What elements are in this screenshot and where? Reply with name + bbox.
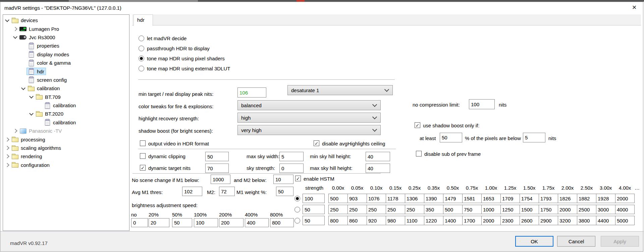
collapsed-arrow-icon[interactable] — [4, 136, 10, 143]
hstm-row-3-value-15[interactable] — [596, 216, 615, 225]
hstm-row-1-value-15[interactable] — [596, 194, 615, 203]
hdr-mode-radio-tone-map-hdr-using-external-3dlut[interactable] — [139, 66, 144, 71]
tab-hdr[interactable]: hdr — [133, 14, 153, 26]
hstm-row-2-value-9[interactable] — [481, 205, 501, 214]
hstm-row-1-value-11[interactable] — [520, 194, 539, 203]
close-button[interactable]: ✕ — [627, 2, 642, 13]
avg-m2-input[interactable] — [219, 187, 235, 196]
output-hdr-checkbox[interactable] — [140, 140, 146, 146]
scene-m2-input[interactable] — [273, 175, 293, 184]
highlight-recovery-dropdown[interactable]: high — [237, 113, 381, 123]
hstm-row-3-strength-input[interactable] — [303, 216, 325, 225]
tree-item-calibration[interactable]: calibration — [3, 101, 129, 110]
disable-sub-checkbox[interactable] — [416, 151, 422, 156]
hstm-row-2-radio[interactable] — [294, 207, 300, 212]
hstm-row-3-value-13[interactable] — [558, 216, 577, 225]
max-sky-width-input[interactable] — [279, 152, 304, 161]
hstm-row-2-value-16[interactable] — [615, 205, 635, 214]
collapsed-arrow-icon[interactable] — [12, 128, 18, 134]
hstm-row-2-value-13[interactable] — [558, 205, 577, 214]
brightness-speed-input-200[interactable] — [219, 218, 244, 227]
tree-item-lumagen-pro[interactable]: Lumagen Pro — [3, 24, 129, 33]
tree-item-display-modes[interactable]: display modes — [3, 50, 129, 59]
hstm-row-1-value-14[interactable] — [577, 194, 596, 203]
hstm-row-1-value-9[interactable] — [481, 194, 501, 203]
tree-item-calibration[interactable]: calibration — [3, 118, 129, 127]
dynamic-clipping-input[interactable] — [205, 152, 229, 161]
tree-item-jvc-rs3000[interactable]: Jvc Rs3000 — [3, 33, 129, 42]
hstm-row-2-strength-input[interactable] — [303, 205, 325, 214]
collapsed-arrow-icon[interactable] — [4, 145, 10, 151]
ok-button[interactable]: OK — [515, 236, 553, 247]
hstm-row-2-value-5[interactable] — [405, 205, 424, 214]
use-shadow-boost-checkbox[interactable]: ✓ — [415, 122, 420, 128]
hstm-row-2-value-14[interactable] — [577, 205, 596, 214]
disable-avghighlights-checkbox[interactable]: ✓ — [314, 140, 319, 146]
tree-item-rendering[interactable]: rendering — [3, 152, 129, 161]
hstm-row-1-value-10[interactable] — [500, 194, 520, 203]
hstm-row-1-value-13[interactable] — [558, 194, 577, 203]
hstm-row-2-value-4[interactable] — [386, 205, 405, 214]
expanded-arrow-icon[interactable] — [20, 85, 26, 92]
hstm-row-1-value-3[interactable] — [367, 194, 386, 203]
hstm-row-2-value-2[interactable] — [347, 205, 367, 214]
hstm-row-3-value-5[interactable] — [405, 216, 424, 225]
tree-item-panasonic-tv[interactable]: Panasonic -TV — [3, 127, 129, 135]
scene-m1-input[interactable] — [211, 175, 230, 184]
hstm-row-3-value-3[interactable] — [367, 216, 386, 225]
collapsed-arrow-icon[interactable] — [4, 162, 10, 168]
min-sky-hill-input[interactable] — [366, 152, 390, 161]
pixels-below-nits-input[interactable] — [523, 133, 545, 142]
brightness-speed-input-400[interactable] — [245, 218, 269, 227]
hstm-row-2-value-6[interactable] — [424, 205, 443, 214]
collapsed-arrow-icon[interactable] — [12, 25, 18, 32]
hstm-row-1-value-8[interactable] — [462, 194, 482, 203]
at-least-percent-input[interactable] — [440, 133, 462, 142]
cancel-button[interactable]: Cancel — [557, 236, 595, 247]
hstm-row-2-value-11[interactable] — [520, 205, 539, 214]
hstm-row-1-value-7[interactable] — [443, 194, 463, 203]
hstm-row-3-value-8[interactable] — [462, 216, 482, 225]
no-compression-input[interactable] — [469, 99, 495, 109]
max-sky-hill-input[interactable] — [366, 164, 390, 173]
desaturate-dropdown[interactable]: desaturate 1 — [287, 85, 393, 95]
brightness-speed-input-800[interactable] — [270, 218, 294, 227]
sky-strength-input[interactable] — [279, 164, 304, 173]
tree-item-scaling-algorithms[interactable]: scaling algorithms — [3, 144, 129, 152]
tree-item-hdr[interactable]: hdr — [3, 67, 129, 75]
hstm-row-2-value-7[interactable] — [443, 205, 463, 214]
brightness-speed-input-20-dif[interactable] — [149, 218, 169, 227]
hstm-row-3-value-11[interactable] — [520, 216, 539, 225]
hstm-row-2-value-1[interactable] — [328, 205, 348, 214]
expanded-arrow-icon[interactable] — [28, 93, 35, 100]
hdr-mode-radio-tone-map-hdr-using-pixel-shaders[interactable] — [139, 56, 144, 61]
hstm-row-1-value-16[interactable] — [615, 194, 635, 203]
tree-item-configuration[interactable]: configuration — [3, 161, 129, 169]
tree-item-color-gamma[interactable]: color & gamma — [3, 59, 129, 67]
expanded-arrow-icon[interactable] — [12, 34, 18, 41]
hstm-row-2-value-3[interactable] — [367, 205, 386, 214]
hstm-row-1-value-12[interactable] — [539, 194, 558, 203]
hstm-row-3-value-16[interactable] — [615, 216, 635, 225]
brightness-speed-input-50[interactable] — [172, 218, 192, 227]
hstm-row-3-value-10[interactable] — [500, 216, 520, 225]
hstm-row-2-value-12[interactable] — [539, 205, 558, 214]
tree-item-calibration[interactable]: calibration — [3, 84, 129, 92]
hstm-row-3-value-2[interactable] — [347, 216, 367, 225]
enable-hstm-checkbox[interactable]: ✓ — [295, 176, 301, 181]
tree-item-bt-2020[interactable]: BT.2020 — [3, 110, 129, 118]
hstm-row-3-radio[interactable] — [294, 218, 300, 224]
brightness-speed-input-no-diff[interactable] — [131, 218, 148, 227]
expanded-arrow-icon[interactable] — [4, 17, 10, 24]
hstm-row-3-value-4[interactable] — [386, 216, 405, 225]
hstm-row-1-strength-input[interactable] — [303, 194, 325, 203]
hstm-row-2-value-15[interactable] — [596, 205, 615, 214]
tree-item-bt-709[interactable]: BT.709 — [3, 93, 129, 101]
hstm-row-3-value-7[interactable] — [443, 216, 463, 225]
hstm-row-2-value-10[interactable] — [500, 205, 520, 214]
hstm-row-3-value-1[interactable] — [328, 216, 348, 225]
hstm-row-1-value-4[interactable] — [386, 194, 405, 203]
hdr-mode-radio-passthrough-hdr-to-display[interactable] — [139, 46, 144, 51]
collapsed-arrow-icon[interactable] — [4, 153, 10, 160]
shadow-boost-dropdown[interactable]: very high — [237, 125, 381, 135]
